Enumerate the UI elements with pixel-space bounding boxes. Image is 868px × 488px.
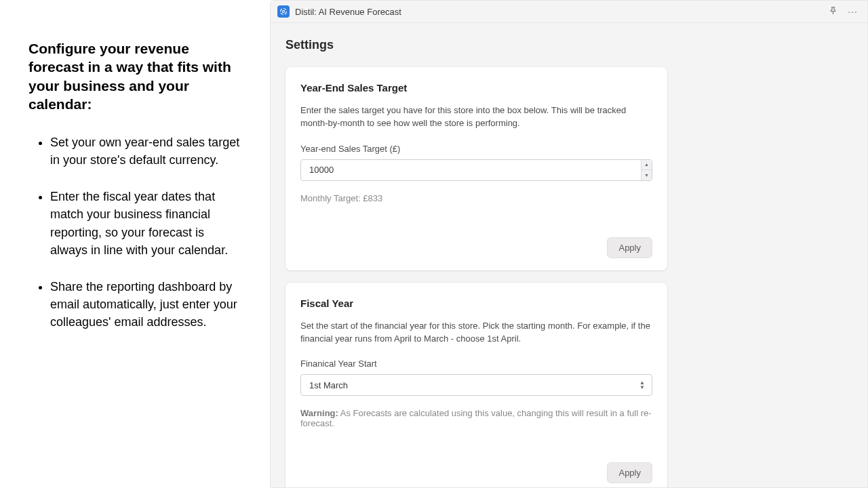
card-description: Enter the sales target you have for this… — [300, 104, 652, 130]
list-item: Share the reporting dashboard by email a… — [50, 278, 243, 331]
app-title: Distil: AI Revenue Forecast — [295, 7, 401, 17]
monthly-target-helper: Monthly Target: £833 — [300, 193, 652, 203]
warning-label: Warning: — [300, 408, 338, 418]
sales-target-label: Year-end Sales Target (£) — [300, 144, 652, 154]
marketing-sidebar: Configure your revenue forecast in a way… — [0, 0, 270, 488]
card-title: Year-End Sales Target — [300, 82, 652, 94]
app-frame: Distil: AI Revenue Forecast ··· Settings… — [270, 0, 868, 488]
content-area: Settings Year-End Sales Target Enter the… — [271, 23, 867, 487]
card-title: Fiscal Year — [300, 298, 652, 309]
stepper-up-icon[interactable]: ▲ — [642, 160, 652, 171]
pin-icon[interactable] — [828, 5, 838, 18]
warning-text: As Forecasts are calculated using this v… — [300, 408, 652, 428]
fiscal-year-card: Fiscal Year Set the start of the financi… — [285, 283, 667, 487]
app-header: Distil: AI Revenue Forecast ··· — [271, 1, 867, 23]
number-stepper: ▲ ▼ — [641, 160, 652, 180]
apply-button[interactable]: Apply — [607, 462, 652, 483]
fiscal-year-select-wrap: 1st March ▲▼ — [300, 374, 652, 396]
list-item: Enter the fiscal year dates that match y… — [50, 188, 243, 258]
card-description: Set the start of the financial year for … — [300, 320, 652, 346]
more-icon[interactable]: ··· — [848, 7, 858, 16]
list-item: Set your own year-end sales target in yo… — [50, 134, 243, 169]
header-actions: ··· — [828, 5, 858, 18]
fiscal-year-label: Finanical Year Start — [300, 359, 652, 369]
sidebar-heading: Configure your revenue forecast in a way… — [28, 39, 243, 113]
sales-target-input[interactable] — [300, 159, 652, 181]
svg-point-0 — [283, 11, 285, 13]
sales-target-input-wrap: ▲ ▼ — [300, 159, 652, 181]
page-title: Settings — [285, 38, 852, 52]
sidebar-bullet-list: Set your own year-end sales target in yo… — [28, 134, 243, 331]
fiscal-year-warning: Warning: As Forecasts are calculated usi… — [300, 408, 652, 428]
apply-button[interactable]: Apply — [607, 237, 652, 258]
app-logo-icon — [277, 5, 290, 18]
stepper-down-icon[interactable]: ▼ — [642, 170, 652, 180]
sales-target-card: Year-End Sales Target Enter the sales ta… — [285, 67, 667, 270]
fiscal-year-select[interactable]: 1st March — [300, 374, 652, 396]
